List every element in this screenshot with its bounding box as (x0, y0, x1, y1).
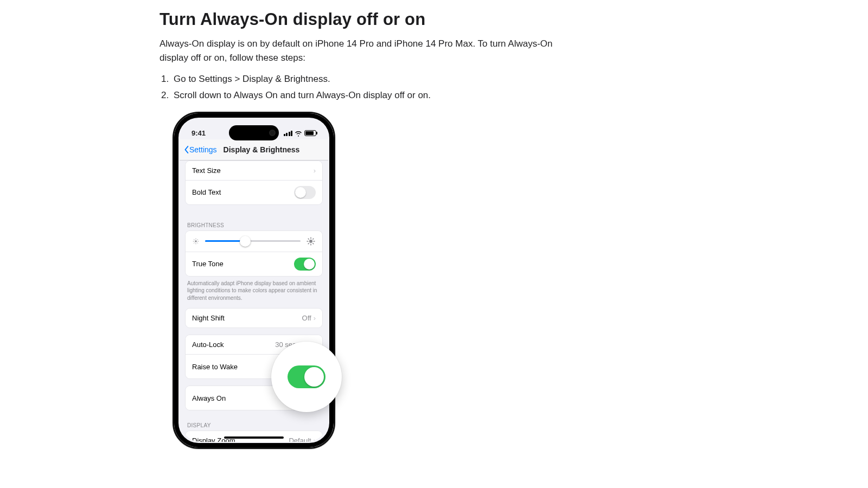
svg-point-9 (309, 240, 312, 243)
cellular-icon (284, 131, 293, 136)
row-label: Text Size (192, 166, 221, 175)
sun-small-icon (192, 237, 200, 245)
support-article-page: Turn Always-On display off or on Always-… (0, 0, 868, 488)
row-bold-text[interactable]: Bold Text (186, 180, 322, 204)
svg-line-8 (197, 239, 197, 240)
row-label: Always On (192, 394, 226, 402)
svg-point-0 (195, 240, 197, 242)
nav-title: Display & Brightness (224, 145, 300, 154)
svg-line-17 (312, 239, 314, 240)
svg-line-7 (194, 242, 194, 243)
step-item: Scroll down to Always On and turn Always… (171, 87, 593, 104)
wifi-icon (295, 130, 302, 137)
row-label: True Tone (192, 260, 224, 268)
toggle-always-on-magnified (288, 365, 326, 388)
back-label: Settings (189, 145, 217, 154)
nav-header: Settings Display & Brightness (180, 139, 328, 160)
settings-group-brightness: BRIGHTNESS True Tone (185, 217, 323, 309)
article-intro: Always-On display is on by default on iP… (159, 37, 583, 66)
row-value: Off (302, 314, 311, 322)
chevron-right-icon: › (314, 166, 316, 175)
camera-icon (269, 130, 276, 136)
chevron-right-icon: › (314, 314, 316, 322)
row-label: Raise to Wake (192, 363, 238, 371)
row-label: Auto-Lock (192, 341, 224, 349)
row-night-shift[interactable]: Night Shift Off› (186, 309, 322, 328)
row-label: Night Shift (192, 314, 225, 322)
row-label: Bold Text (192, 188, 221, 196)
chevron-left-icon (183, 145, 189, 155)
status-time: 9:41 (192, 129, 206, 137)
phone-illustration: 9:41 Settings Display & Brig (173, 112, 335, 449)
back-button[interactable]: Settings (183, 145, 217, 155)
svg-line-16 (308, 243, 309, 244)
row-brightness-slider[interactable] (186, 231, 322, 252)
svg-line-14 (308, 239, 309, 240)
status-indicators (284, 130, 317, 137)
row-true-tone[interactable]: True Tone (186, 252, 322, 276)
sun-large-icon (306, 236, 316, 246)
row-value: Default (289, 436, 311, 442)
steps-list: Go to Settings > Display & Brightness. S… (159, 71, 593, 104)
svg-line-5 (194, 239, 194, 240)
settings-group-nightshift: Night Shift Off› (185, 308, 323, 328)
row-text-size[interactable]: Text Size › (186, 161, 322, 180)
article-heading: Turn Always-On display off or on (159, 10, 593, 29)
home-indicator (224, 436, 284, 439)
battery-icon (304, 130, 316, 136)
dynamic-island (229, 125, 279, 140)
section-label: BRIGHTNESS (185, 217, 323, 230)
step-item: Go to Settings > Display & Brightness. (171, 71, 593, 88)
brightness-slider[interactable] (205, 240, 301, 242)
article-content: Turn Always-On display off or on Always-… (159, 10, 593, 449)
magnifier-callout (271, 342, 342, 412)
section-label: DISPLAY (185, 417, 323, 431)
chevron-right-icon: › (314, 436, 316, 442)
svg-line-6 (197, 242, 197, 243)
section-footer: Automatically adapt iPhone display based… (185, 277, 323, 309)
settings-group-text: Text Size › Bold Text (185, 160, 323, 205)
svg-line-15 (312, 243, 314, 244)
toggle-true-tone[interactable] (294, 258, 316, 271)
toggle-bold-text[interactable] (294, 186, 316, 199)
